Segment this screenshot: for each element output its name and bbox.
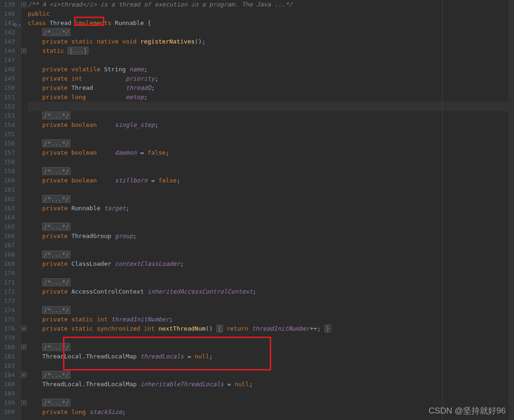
line-number[interactable]: 140 <box>0 9 21 19</box>
code-line[interactable]: public <box>28 9 514 19</box>
code-line[interactable]: /*...*/ <box>28 111 514 120</box>
code-line[interactable]: ThreadLocal.ThreadLocalMap threadLocals … <box>28 352 514 361</box>
code-line[interactable]: /*...*/ <box>28 194 514 204</box>
line-number[interactable]: 162 <box>0 194 21 204</box>
code-line[interactable]: private long eetop; <box>28 93 514 102</box>
line-number[interactable]: 148 <box>0 65 21 74</box>
line-number[interactable]: 189 <box>0 389 21 398</box>
line-number[interactable]: 150 <box>0 83 21 93</box>
code-line[interactable]: private int priority; <box>28 74 514 83</box>
line-number[interactable]: 142 <box>0 28 21 37</box>
line-number[interactable]: 164 <box>0 213 21 222</box>
folded-region[interactable]: /*...*/ <box>42 112 70 119</box>
code-line[interactable]: /*...*/ <box>28 139 514 148</box>
line-number[interactable]: 163 <box>0 204 21 213</box>
folded-region[interactable]: /*...*/ <box>42 223 70 231</box>
folded-region[interactable]: /*...*/ <box>42 195 70 203</box>
fold-toggle-icon[interactable]: + <box>21 372 26 377</box>
code-line[interactable]: private Thread threadQ; <box>28 83 514 93</box>
line-number[interactable]: 161 <box>0 185 21 194</box>
code-line[interactable]: ThreadLocal.ThreadLocalMap inheritableTh… <box>28 380 514 389</box>
fold-column[interactable]: ++++++ <box>21 0 27 420</box>
folded-region[interactable]: /*...*/ <box>42 343 70 351</box>
line-number[interactable]: 159 <box>0 167 21 176</box>
line-number[interactable]: 154 <box>0 120 21 130</box>
folded-region[interactable]: /*...*/ <box>42 399 70 407</box>
line-number[interactable]: 152 <box>0 102 21 111</box>
code-line[interactable]: private ClassLoader contextClassLoader; <box>28 259 514 269</box>
fold-toggle-icon[interactable]: + <box>21 2 26 7</box>
code-line[interactable]: private volatile String name; <box>28 65 514 74</box>
line-number[interactable]: 173 <box>0 296 21 306</box>
line-number[interactable]: 190 <box>0 398 21 407</box>
line-number[interactable]: 157 <box>0 148 21 157</box>
line-number[interactable]: 166 <box>0 232 21 241</box>
line-number[interactable]: 176 <box>0 324 21 333</box>
line-number[interactable]: 184 <box>0 370 21 380</box>
code-line[interactable] <box>28 102 514 111</box>
line-number[interactable]: 165 <box>0 222 21 232</box>
line-number[interactable]: 188 <box>0 380 21 389</box>
folded-region[interactable]: { <box>216 325 223 332</box>
scrollbar[interactable] <box>508 0 514 420</box>
line-number[interactable]: 158 <box>0 157 21 167</box>
line-number[interactable]: 139 <box>0 0 21 9</box>
line-number[interactable]: 143 <box>0 37 21 46</box>
code-line[interactable] <box>28 185 514 194</box>
code-line[interactable]: private static synchronized int nextThre… <box>28 324 514 333</box>
code-line[interactable] <box>28 269 514 278</box>
code-line[interactable] <box>28 157 514 167</box>
code-line[interactable]: private boolean stillborn = false; <box>28 176 514 185</box>
line-number[interactable]: 170 <box>0 269 21 278</box>
folded-region[interactable]: /*...*/ <box>42 139 70 147</box>
fold-toggle-icon[interactable]: + <box>21 326 26 331</box>
line-number[interactable]: 179 <box>0 333 21 343</box>
folded-region[interactable]: /*...*/ <box>42 278 70 286</box>
code-line[interactable] <box>28 333 514 343</box>
line-number[interactable]: 156 <box>0 139 21 148</box>
code-line[interactable] <box>28 241 514 250</box>
code-line[interactable]: /*...*/ <box>28 278 514 287</box>
code-line[interactable]: /** A <i>thread</i> is a thread of execu… <box>28 0 514 9</box>
line-number[interactable]: 160 <box>0 176 21 185</box>
line-number[interactable]: 182 <box>0 352 21 361</box>
folded-region[interactable]: /*...*/ <box>42 28 70 36</box>
folded-region[interactable]: /*...*/ <box>42 371 70 379</box>
code-line[interactable]: /*...*/ <box>28 222 514 232</box>
line-number[interactable]: 149 <box>0 74 21 83</box>
code-line[interactable]: /*...*/ <box>28 167 514 176</box>
code-line[interactable]: /*...*/ <box>28 370 514 380</box>
code-line[interactable]: private boolean daemon = false; <box>28 148 514 157</box>
line-number[interactable]: 171 <box>0 278 21 287</box>
line-number[interactable]: 141⭘↓ <box>0 19 21 28</box>
code-area[interactable]: /** A <i>thread</i> is a thread of execu… <box>27 0 514 420</box>
folded-region[interactable]: } <box>324 325 331 332</box>
line-number[interactable]: 153 <box>0 111 21 120</box>
code-line[interactable]: static {...} <box>28 46 514 56</box>
code-line[interactable]: /*...*/ <box>28 306 514 315</box>
fold-toggle-icon[interactable]: + <box>21 400 26 405</box>
folded-region[interactable]: /*...*/ <box>42 251 70 258</box>
code-line[interactable]: private static native void registerNativ… <box>28 37 514 46</box>
line-number[interactable]: 172 <box>0 287 21 296</box>
code-line[interactable] <box>28 296 514 306</box>
code-line[interactable]: /*...*/ <box>28 250 514 259</box>
code-line[interactable] <box>28 213 514 222</box>
line-number[interactable]: 175 <box>0 315 21 324</box>
line-number[interactable]: 151 <box>0 93 21 102</box>
code-line[interactable]: private AccessControlContext inheritedAc… <box>28 287 514 296</box>
code-line[interactable] <box>28 389 514 398</box>
line-number[interactable]: 144 <box>0 46 21 56</box>
code-line[interactable]: class Thread implements Runnable { <box>28 19 514 28</box>
code-line[interactable] <box>28 130 514 139</box>
code-line[interactable]: private ThreadGroup group; <box>28 232 514 241</box>
line-number[interactable]: 147 <box>0 56 21 65</box>
line-number[interactable]: 155 <box>0 130 21 139</box>
code-line[interactable] <box>28 56 514 65</box>
folded-region[interactable]: {...} <box>68 47 89 55</box>
line-number[interactable]: 200 <box>0 407 21 417</box>
code-line[interactable]: /*...*/ <box>28 343 514 352</box>
folded-region[interactable]: /*...*/ <box>42 306 70 314</box>
folded-region[interactable]: /*...*/ <box>42 167 70 175</box>
line-number[interactable]: 180 <box>0 343 21 352</box>
